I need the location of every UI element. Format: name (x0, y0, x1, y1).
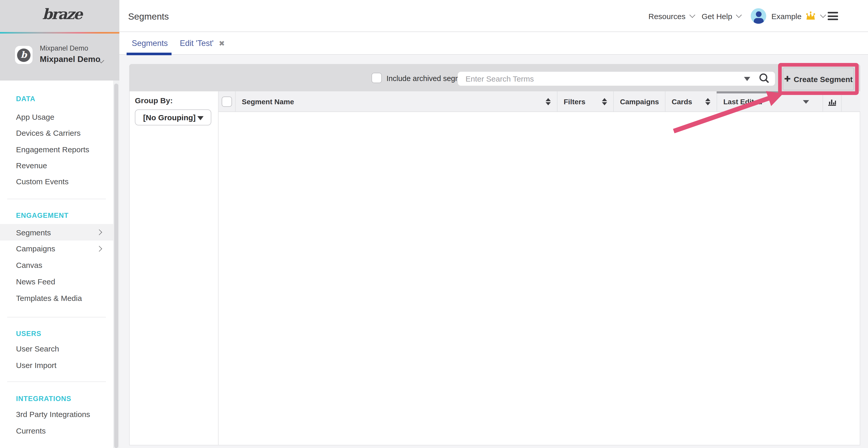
group-by-select[interactable]: [No Grouping] (135, 109, 211, 126)
panel-divider (218, 91, 219, 445)
brand-gradient-divider (0, 32, 119, 33)
dropdown-caret-icon (197, 116, 204, 120)
chevron-down-icon (736, 12, 742, 18)
sidebar-section-integrations: INTEGRATIONS (16, 393, 71, 404)
search-input[interactable] (458, 72, 775, 86)
sidebar-item-segments[interactable]: Segments (0, 224, 113, 241)
sidebar-scrollbar-thumb[interactable] (114, 83, 118, 448)
sidebar-item-revenue[interactable]: Revenue (0, 158, 113, 173)
sidebar-item-templates-media[interactable]: Templates & Media (0, 290, 113, 306)
column-header-campaigns[interactable]: Campaigns (613, 91, 665, 112)
tab-segments[interactable]: Segments (132, 32, 168, 54)
sidebar-item-user-import[interactable]: User Import (0, 357, 113, 373)
sidebar-item-news-feed[interactable]: News Feed (0, 274, 113, 289)
search-dropdown-caret-icon[interactable] (744, 77, 750, 81)
sidebar-item-canvas[interactable]: Canvas (0, 257, 113, 273)
hamburger-menu-icon[interactable] (828, 12, 838, 20)
sidebar-section-users: USERS (16, 328, 41, 339)
annotation-highlight-box (778, 63, 859, 95)
sidebar-divider (7, 317, 106, 317)
sidebar-item-campaigns[interactable]: Campaigns (0, 241, 113, 256)
sidebar-item-app-usage[interactable]: App Usage (0, 109, 113, 125)
user-menu[interactable]: Example (771, 0, 826, 32)
sort-icon[interactable] (546, 98, 551, 106)
sidebar-section-data: DATA (16, 94, 35, 104)
chevron-down-icon (689, 12, 695, 18)
workspace-avatar: b (15, 46, 33, 64)
tab-edit-test[interactable]: Edit 'Test' ✖ (180, 32, 225, 54)
column-header-segment-name[interactable]: Segment Name (235, 91, 557, 112)
column-header-cards[interactable]: Cards (665, 91, 717, 112)
page-title: Segments (128, 11, 169, 22)
workspace-company: Mixpanel Demo (40, 44, 88, 52)
segments-panel (129, 64, 860, 445)
bar-chart-icon (827, 97, 837, 106)
tab-bar (119, 32, 868, 55)
braze-logo: braze (36, 6, 88, 27)
close-icon[interactable]: ✖ (219, 39, 225, 47)
chevron-right-icon (96, 230, 102, 235)
sidebar-item-devices-carriers[interactable]: Devices & Carriers (0, 125, 113, 141)
workspace-selector[interactable]: Mixpanel Demo (40, 55, 100, 64)
include-archived-checkbox[interactable] (371, 73, 382, 83)
select-all-checkbox[interactable] (222, 97, 232, 107)
sidebar-section-engagement: ENGAGEMENT (16, 210, 69, 220)
crown-icon (805, 11, 816, 21)
sidebar-divider (7, 381, 106, 382)
sidebar-divider (7, 199, 106, 199)
sidebar-item-3rd-party-integrations[interactable]: 3rd Party Integrations (0, 406, 113, 422)
sort-icon[interactable] (705, 98, 710, 106)
user-avatar-icon[interactable] (751, 8, 766, 24)
sidebar-item-custom-events[interactable]: Custom Events (0, 173, 113, 189)
sidebar-item-user-search[interactable]: User Search (0, 341, 113, 357)
chevron-down-icon (820, 12, 826, 18)
resources-menu[interactable]: Resources (648, 0, 694, 32)
get-help-menu[interactable]: Get Help (702, 0, 741, 32)
sort-icon[interactable] (602, 98, 607, 106)
sort-desc-icon[interactable] (803, 100, 809, 103)
search-icon[interactable] (758, 73, 770, 84)
sidebar-item-currents[interactable]: Currents (0, 423, 113, 439)
braze-b-icon: b (17, 48, 30, 62)
group-by-label: Group By: (135, 96, 173, 105)
chevron-right-icon (96, 246, 102, 252)
column-header-filters[interactable]: Filters (557, 91, 613, 112)
sidebar-item-engagement-reports[interactable]: Engagement Reports (0, 141, 113, 158)
active-tab-underline (127, 53, 172, 55)
